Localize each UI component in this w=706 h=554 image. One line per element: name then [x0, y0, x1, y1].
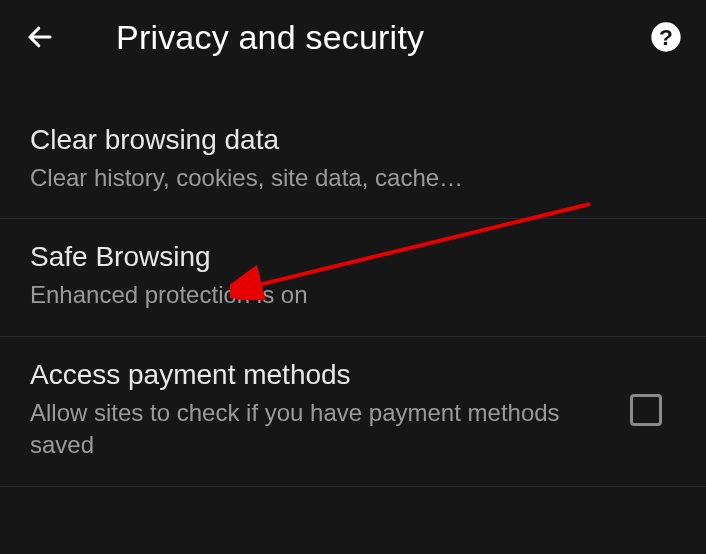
- header: Privacy and security ?: [0, 0, 706, 74]
- item-title: Safe Browsing: [30, 241, 656, 273]
- access-payment-methods-item[interactable]: Access payment methods Allow sites to ch…: [0, 337, 706, 487]
- item-text: Safe Browsing Enhanced protection is on: [30, 241, 676, 311]
- item-title: Access payment methods: [30, 359, 610, 391]
- item-subtitle: Clear history, cookies, site data, cache…: [30, 162, 656, 194]
- item-subtitle: Enhanced protection is on: [30, 279, 656, 311]
- help-icon: ?: [650, 21, 682, 53]
- settings-list: Clear browsing data Clear history, cooki…: [0, 102, 706, 487]
- item-subtitle: Allow sites to check if you have payment…: [30, 397, 610, 462]
- page-title: Privacy and security: [116, 18, 424, 57]
- payment-methods-checkbox[interactable]: [630, 394, 662, 426]
- back-arrow-icon: [25, 22, 55, 52]
- back-button[interactable]: [18, 15, 62, 59]
- item-title: Clear browsing data: [30, 124, 656, 156]
- item-text: Clear browsing data Clear history, cooki…: [30, 124, 676, 194]
- help-button[interactable]: ?: [644, 15, 688, 59]
- item-text: Access payment methods Allow sites to ch…: [30, 359, 630, 462]
- clear-browsing-data-item[interactable]: Clear browsing data Clear history, cooki…: [0, 102, 706, 219]
- svg-text:?: ?: [659, 24, 673, 50]
- safe-browsing-item[interactable]: Safe Browsing Enhanced protection is on: [0, 219, 706, 336]
